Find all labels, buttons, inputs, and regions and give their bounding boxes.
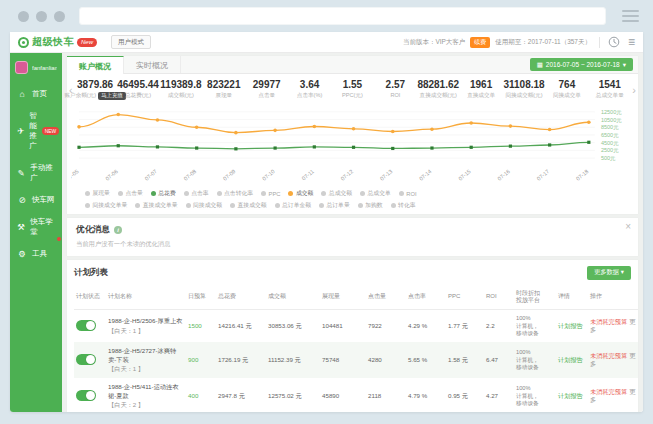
stat-card[interactable]: 88281.62直接成交额(元)	[417, 79, 460, 100]
x-axis-tick-label: 07-16	[496, 168, 511, 182]
sidebar-user[interactable]: fanfanliang	[10, 53, 62, 83]
stat-card[interactable]: 3.64点击率(%)	[288, 79, 331, 100]
plan-report-link[interactable]: 计划报告	[558, 322, 583, 329]
browser-menu-icon[interactable]	[622, 10, 639, 22]
column-header-4: 成交额	[266, 286, 320, 310]
stat-card[interactable]: 29977点击量	[245, 79, 288, 100]
legend-item-ROI[interactable]: ROI	[399, 189, 417, 198]
app-logo[interactable]: 超级快车 New	[18, 35, 97, 49]
plan-report-link[interactable]: 计划报告	[558, 392, 583, 399]
info-icon[interactable]: i	[114, 226, 122, 234]
x-axis-tick-label: 07-11	[301, 168, 315, 181]
close-icon[interactable]: ×	[625, 222, 631, 232]
stat-value: 823221	[202, 79, 245, 90]
plan-toggle[interactable]	[76, 390, 96, 401]
stat-label-text: PPC(元)	[342, 92, 363, 100]
plan-toggle[interactable]	[76, 354, 96, 365]
sidebar-item-首页[interactable]: ⌂首页	[10, 83, 62, 105]
x-axis-tick-label: 07-14	[418, 168, 433, 182]
legend-item-间接成交额[interactable]: 间接成交额	[186, 201, 222, 210]
optimization-message-card: 优化消息 i 当前用户没有一个未读的优化消息 ×	[67, 218, 638, 256]
data-point-成交额	[116, 112, 120, 116]
stat-card[interactable]: 119389.8成交额(元)	[159, 79, 202, 100]
sidebar-item-工具[interactable]: ⚙工具	[10, 243, 62, 265]
legend-item-总成交额[interactable]: 总成交额	[321, 189, 352, 198]
plan-toggle[interactable]	[76, 320, 96, 331]
legend-item-总订单量[interactable]: 总订单量	[319, 201, 350, 210]
user-mode-button[interactable]: 用户模式	[111, 35, 151, 49]
legend-item-直接成交额[interactable]: 直接成交额	[230, 201, 266, 210]
tab-account-overview[interactable]: 账户概况	[67, 56, 124, 74]
column-header-3: 总花费	[216, 286, 266, 310]
app-header: 超级快车 New 用户模式 当前版本：VIP大客户 续费 使用期至：2017-0…	[10, 32, 643, 53]
sidebar-item-手动推广[interactable]: ✎手动推广	[10, 157, 62, 189]
home-icon: ⌂	[17, 90, 27, 99]
plan-name[interactable]: 1988-企-H5/2727-冰爽特卖-下装	[108, 347, 184, 364]
legend-item-总花费[interactable]: 总花费	[151, 189, 176, 198]
stat-label: 间接成交额(元)	[503, 92, 546, 100]
app-menu-icon[interactable]: ≡	[628, 36, 635, 48]
budget-warning-link[interactable]: 未消耗完预算	[590, 388, 627, 395]
stat-value: 2.57	[374, 79, 417, 90]
stat-card[interactable]: 764间接成交单	[545, 79, 588, 100]
y-axis-tick-label: 12500元	[601, 108, 622, 114]
legend-item-点击量[interactable]: 点击量	[118, 189, 143, 198]
clicks-cell: 4280	[366, 342, 406, 378]
legend-item-转化率[interactable]: 转化率	[391, 201, 416, 210]
stat-label: PPC(元)	[331, 92, 374, 100]
plan-name[interactable]: 1988-企-H5/2506-厚重上衣	[108, 317, 184, 325]
column-header-7: 点击率	[406, 286, 446, 310]
stat-label: 展现量	[202, 92, 245, 100]
stat-card[interactable]: 1541总成交单量	[588, 79, 631, 100]
legend-item-加购数[interactable]: 加购数	[358, 201, 383, 210]
sidebar-item-快车网[interactable]: ⊘快车网	[10, 189, 62, 211]
daily-budget-link[interactable]: 1500	[186, 310, 216, 343]
legend-item-展现量[interactable]: 展现量	[85, 189, 110, 198]
stat-card[interactable]: 1961直接成交单	[460, 79, 503, 100]
legend-item-间接成交单量[interactable]: 间接成交单量	[85, 201, 127, 210]
stat-label: 总花费(元)	[117, 92, 160, 100]
renew-badge[interactable]: 续费	[470, 37, 490, 48]
date-range-button[interactable]: ▦ 2016-07-05 ~ 2016-07-18 ▾	[530, 58, 633, 71]
sidebar-item-快车学堂[interactable]: ⚒快车学堂	[10, 211, 62, 243]
legend-item-总成交单[interactable]: 总成交单	[360, 189, 391, 198]
stat-card[interactable]: 2.57ROI	[374, 79, 417, 100]
window-dot-icon[interactable]	[54, 11, 65, 22]
data-point-成交额	[234, 130, 238, 134]
budget-warning-link[interactable]: 未消耗完预算	[590, 352, 627, 359]
stat-label-text: 成交额(元)	[168, 92, 194, 100]
stat-value: 3.64	[288, 79, 331, 90]
plan-report-link[interactable]: 计划报告	[558, 356, 583, 363]
stat-card[interactable]: 3879.86账户余额(元)马上充值	[74, 79, 117, 100]
stat-card[interactable]: 1.55PPC(元)	[331, 79, 374, 100]
column-header-8: PPC	[446, 286, 484, 310]
stat-card[interactable]: 823221展现量	[202, 79, 245, 100]
window-dot-icon[interactable]	[36, 11, 47, 22]
expire-label: 使用期至：2017-07-11（357天）	[495, 38, 591, 47]
legend-item-点击转化率[interactable]: 点击转化率	[217, 189, 253, 198]
legend-item-PPC[interactable]: PPC	[261, 189, 280, 198]
daily-budget-link[interactable]: 900	[186, 342, 216, 378]
sidebar-item-智能推广[interactable]: ✈智能推广NEW	[10, 105, 62, 157]
platform-line-2: 移动设备	[516, 330, 554, 337]
plan-name[interactable]: 1988-企-H5/411-运动连衣裙-夏款	[108, 383, 184, 400]
sidebar-notification-dot	[57, 237, 61, 241]
stat-card[interactable]: 31108.18间接成交额(元)	[503, 79, 546, 100]
daily-budget-link[interactable]: 400	[186, 378, 216, 412]
legend-label: 加购数	[365, 201, 382, 210]
more-data-button[interactable]: 更多数据 ▾	[587, 266, 631, 280]
discount-line: 100%	[516, 349, 554, 356]
legend-dot-icon	[184, 191, 189, 196]
legend-item-成交额[interactable]: 成交额	[288, 189, 313, 198]
legend-item-点击率[interactable]: 点击率	[184, 189, 209, 198]
version-label: 当前版本：VIP大客户	[403, 38, 465, 47]
stats-next-chevron-icon[interactable]: ›	[631, 79, 637, 96]
clock-icon[interactable]	[608, 36, 620, 48]
budget-warning-link[interactable]: 未消耗完预算	[590, 318, 627, 325]
address-bar[interactable]	[79, 7, 606, 25]
legend-item-直接成交单量[interactable]: 直接成交单量	[135, 201, 177, 210]
legend-item-总订单金额[interactable]: 总订单金额	[275, 201, 311, 210]
tab-realtime-overview[interactable]: 实时概况	[124, 56, 181, 73]
window-dot-icon[interactable]	[18, 11, 29, 22]
stat-card[interactable]: 46495.44总花费(元)	[117, 79, 160, 100]
